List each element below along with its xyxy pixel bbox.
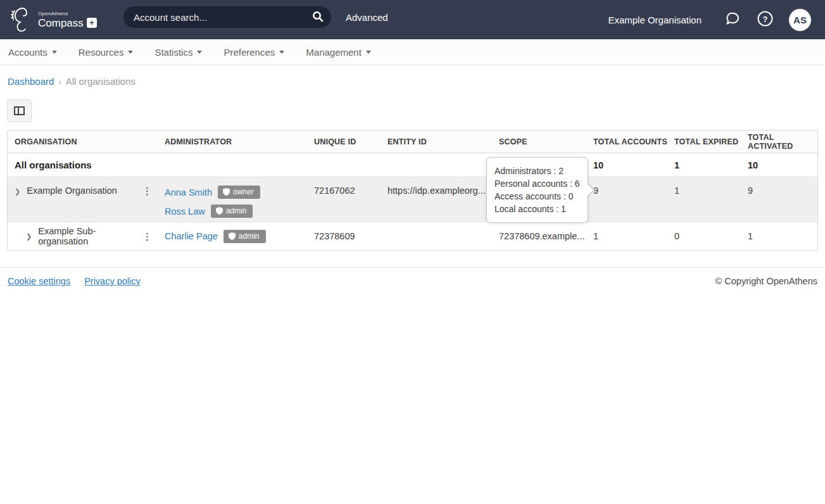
column-header-total-accounts: TOTAL ACCOUNTS: [593, 137, 674, 146]
shield-icon: [223, 188, 230, 196]
tooltip-line: Administrators : 2: [494, 165, 580, 177]
total-expired-value: 0: [674, 231, 748, 241]
search-icon: [312, 11, 324, 24]
column-settings-button[interactable]: [7, 99, 32, 122]
page-footer: Cookie settings Privacy policy © Copyrig…: [0, 267, 825, 286]
administrator-link[interactable]: Charlie Page: [165, 231, 218, 241]
organisations-table: ORGANISATION ADMINISTRATOR UNIQUE ID ENT…: [7, 130, 818, 251]
total-accounts-value: 9: [593, 177, 674, 196]
svg-text:?: ?: [763, 15, 768, 24]
openathens-compass-logo[interactable]: OpenAthens Compass +: [9, 5, 97, 34]
advanced-search-link[interactable]: Advanced: [346, 12, 388, 23]
nav-preferences[interactable]: Preferences: [224, 47, 284, 58]
row-actions-kebab-icon[interactable]: ⋮: [142, 186, 152, 196]
role-badge-owner: owner: [218, 186, 260, 199]
breadcrumb-current: All organisations: [66, 76, 135, 87]
expand-row-icon[interactable]: ❯: [15, 186, 20, 198]
nav-resources[interactable]: Resources: [79, 47, 134, 58]
chevron-down-icon: [52, 51, 57, 54]
breadcrumb-dashboard-link[interactable]: Dashboard: [8, 76, 54, 87]
organisation-name[interactable]: Example Sub-organisation: [38, 226, 142, 246]
chevron-down-icon: [197, 51, 202, 54]
expand-row-icon[interactable]: ❯: [26, 230, 32, 243]
administrator-link[interactable]: Ross Law: [165, 206, 205, 217]
column-header-entity-id: ENTITY ID: [387, 137, 499, 146]
openathens-owl-logo-icon: [9, 5, 34, 34]
role-badge-admin: admin: [224, 230, 266, 243]
help-circle-icon: ?: [757, 10, 774, 29]
column-header-total-activated: TOTAL ACTIVATED: [748, 133, 819, 151]
column-header-total-expired: TOTAL EXPIRED: [674, 137, 748, 146]
table-columns-icon: [14, 106, 25, 115]
main-navigation: Accounts Resources Statistics Preference…: [0, 39, 825, 65]
breadcrumb: Dashboard›All organisations: [8, 76, 825, 87]
unique-id-value: 72167062: [314, 177, 387, 196]
nav-management[interactable]: Management: [306, 47, 371, 58]
column-header-scope: SCOPE: [499, 137, 593, 146]
chevron-down-icon: [279, 51, 284, 54]
search-button[interactable]: [312, 11, 324, 24]
copyright-text: © Copyright OpenAthens: [715, 276, 817, 286]
unique-id-value: 72378609: [314, 231, 387, 241]
column-header-unique-id: UNIQUE ID: [314, 137, 387, 146]
total-expired-value: 1: [674, 177, 748, 196]
chevron-down-icon: [366, 51, 371, 54]
total-activated-value: 10: [748, 160, 819, 170]
privacy-policy-link[interactable]: Privacy policy: [84, 276, 141, 286]
breadcrumb-separator-icon: ›: [58, 77, 61, 87]
table-row-example-sub-organisation: ❯ Example Sub-organisation ⋮ Charlie Pag…: [8, 222, 817, 250]
user-avatar[interactable]: AS: [789, 9, 811, 31]
feedback-button[interactable]: [724, 10, 741, 29]
total-expired-value: 1: [674, 160, 748, 170]
chat-bubble-icon: [724, 10, 741, 29]
cookie-settings-link[interactable]: Cookie settings: [8, 276, 70, 286]
column-header-organisation: ORGANISATION: [8, 137, 165, 146]
organisation-name[interactable]: Example Organisation: [27, 186, 117, 196]
tooltip-line: Personal accounts : 6: [494, 177, 580, 190]
total-accounts-value: 10: [593, 160, 674, 170]
table-row-example-organisation: ❯ Example Organisation ⋮ Anna Smith owne…: [8, 177, 817, 222]
table-header-row: ORGANISATION ADMINISTRATOR UNIQUE ID ENT…: [8, 130, 817, 153]
row-actions-kebab-icon[interactable]: ⋮: [142, 231, 152, 242]
chevron-down-icon: [128, 51, 133, 54]
current-organisation-label: Example Organisation: [608, 15, 702, 25]
administrator-link[interactable]: Anna Smith: [165, 187, 212, 198]
help-button[interactable]: ?: [757, 10, 774, 29]
table-row-all-organisations: All organisations 10 1 10: [8, 153, 817, 177]
scope-value: 72378609.example...: [499, 231, 593, 241]
logo-brand-text: OpenAthens: [38, 11, 97, 16]
account-search-input[interactable]: [134, 12, 312, 23]
nav-statistics[interactable]: Statistics: [154, 47, 202, 58]
column-header-administrator: ADMINISTRATOR: [165, 137, 314, 146]
top-header-bar: OpenAthens Compass + Advanced Example Or…: [0, 0, 825, 39]
tooltip-line: Local accounts : 1: [494, 203, 580, 215]
shield-icon: [229, 232, 236, 240]
tooltip-line: Access accounts : 0: [494, 190, 580, 203]
role-badge-admin: admin: [211, 205, 253, 218]
all-organisations-label: All organisations: [8, 160, 165, 170]
account-search-box[interactable]: [123, 6, 331, 28]
nav-accounts[interactable]: Accounts: [8, 47, 57, 58]
compass-plus-badge-icon: +: [87, 18, 97, 28]
shield-icon: [216, 207, 223, 215]
total-activated-value: 1: [748, 231, 819, 241]
total-accounts-value: 1: [593, 231, 674, 241]
total-activated-value: 9: [748, 177, 819, 196]
accounts-breakdown-tooltip: Administrators : 2 Personal accounts : 6…: [486, 157, 588, 223]
logo-product-text: Compass: [38, 18, 84, 28]
entity-id-value: https://idp.exampleorg....: [387, 177, 499, 196]
